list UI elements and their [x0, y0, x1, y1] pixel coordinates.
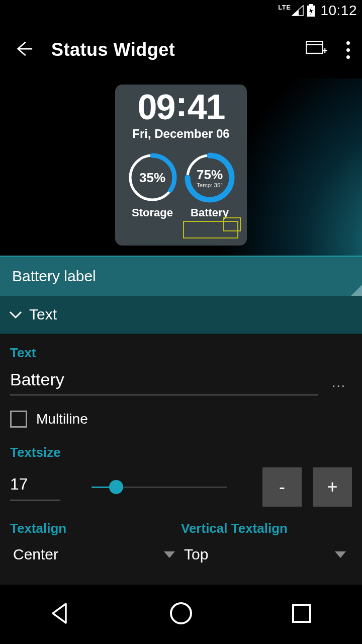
textalign-label: Textalign [10, 521, 181, 536]
selection-highlight [183, 221, 238, 238]
vertical-textalign-dropdown[interactable]: Top [181, 540, 352, 569]
battery-caption: Battery [191, 206, 229, 219]
android-status-bar: LTE 10:12 [0, 0, 362, 21]
dropdown-triangle-icon [335, 551, 346, 558]
app-bar-title: Status Widget [51, 39, 300, 60]
widget-date: Fri, December 06 [115, 127, 247, 141]
back-button[interactable] [9, 34, 38, 65]
dropdown-triangle-icon [164, 551, 175, 558]
textsize-decrement-button[interactable]: - [262, 467, 302, 507]
battery-charging-icon [307, 4, 315, 17]
android-nav-bar [0, 585, 362, 644]
signal-icon [292, 5, 304, 16]
nav-back-button[interactable] [47, 600, 74, 629]
svg-point-10 [171, 603, 191, 623]
chevron-down-icon [7, 306, 24, 323]
widget-time: 09:41 [115, 90, 247, 125]
widget-preview[interactable]: 09:41 Fri, December 06 35% Storage 75%Te… [115, 85, 247, 246]
overflow-menu-button[interactable] [343, 34, 353, 66]
svg-rect-1 [309, 4, 313, 6]
text-options-button[interactable]: ... [318, 375, 352, 395]
vertical-textalign-label: Vertical Textalign [181, 521, 352, 536]
selection-highlight-corner [223, 217, 241, 231]
multiline-label: Multiline [36, 411, 88, 427]
svg-rect-11 [293, 605, 310, 622]
section-header-text[interactable]: Text [0, 296, 362, 334]
widget-preview-area: 09:41 Fri, December 06 35% Storage 75%Te… [0, 78, 362, 256]
properties-panel: Text ... Multiline Textsize - + Textalig… [0, 334, 362, 585]
slider-thumb[interactable] [109, 480, 123, 494]
nav-home-button[interactable] [167, 600, 195, 629]
textsize-label: Textsize [10, 445, 352, 460]
text-input[interactable] [10, 368, 318, 395]
battery-gauge: 75%Temp: 35° Battery [184, 152, 235, 219]
multiline-row[interactable]: Multiline [10, 411, 352, 428]
nav-recent-button[interactable] [288, 600, 315, 629]
textsize-increment-button[interactable]: + [313, 467, 352, 507]
storage-gauge: 35% Storage [127, 152, 178, 219]
element-selector[interactable]: Battery label [0, 256, 362, 296]
text-field-label: Text [10, 345, 352, 361]
dropdown-icon [351, 285, 362, 296]
svg-rect-2 [306, 42, 322, 53]
textalign-dropdown[interactable]: Center [10, 540, 181, 569]
network-type: LTE [278, 4, 291, 11]
app-bar: Status Widget [0, 21, 362, 78]
textsize-slider[interactable] [92, 478, 227, 496]
storage-caption: Storage [132, 206, 173, 219]
add-widget-button[interactable] [300, 35, 333, 65]
status-bar-clock: 10:12 [320, 3, 357, 19]
multiline-checkbox[interactable] [10, 411, 27, 428]
textsize-input[interactable] [10, 474, 60, 501]
element-selector-label: Battery label [12, 268, 96, 285]
